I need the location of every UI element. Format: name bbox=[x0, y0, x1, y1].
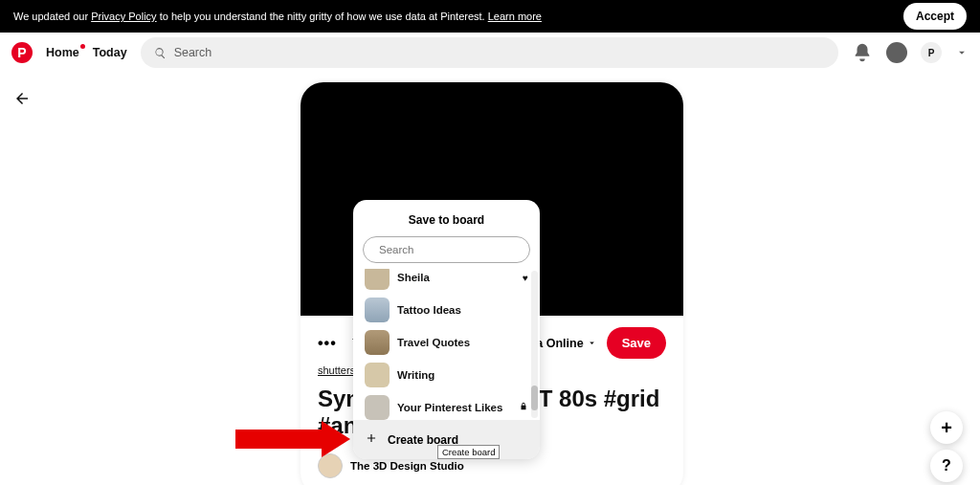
create-board-button[interactable]: Create board Create board bbox=[353, 420, 540, 459]
save-to-board-popup: Save to board Sheila ♥ Tattoo Ideas Trav… bbox=[353, 200, 540, 459]
board-thumb-icon bbox=[365, 330, 390, 355]
policy-banner: We updated our Privacy Policy to help yo… bbox=[0, 0, 980, 33]
pinterest-logo[interactable]: P bbox=[11, 42, 33, 63]
annotation-arrow bbox=[235, 421, 360, 455]
bell-icon[interactable] bbox=[852, 42, 873, 63]
privacy-policy-link[interactable]: Privacy Policy bbox=[91, 11, 156, 22]
nav-today[interactable]: Today bbox=[93, 46, 127, 59]
board-item-your-pinterest-likes[interactable]: Your Pinterest Likes bbox=[353, 391, 540, 420]
search-placeholder: Search bbox=[174, 46, 212, 59]
search-icon bbox=[154, 47, 167, 59]
help-fab[interactable]: ? bbox=[930, 450, 963, 482]
chevron-down-icon bbox=[587, 338, 597, 348]
board-item-writing[interactable]: Writing bbox=[353, 359, 540, 391]
heart-icon: ♥ bbox=[523, 273, 528, 283]
notification-dot-icon bbox=[80, 44, 85, 49]
more-options-button[interactable]: ••• bbox=[318, 335, 337, 352]
scrollbar-thumb[interactable] bbox=[531, 386, 538, 410]
create-board-tooltip: Create board bbox=[437, 445, 500, 459]
board-thumb-icon bbox=[365, 269, 390, 290]
chevron-down-icon[interactable] bbox=[955, 46, 969, 59]
back-button[interactable] bbox=[13, 90, 31, 111]
author-name[interactable]: The 3D Design Studio bbox=[350, 460, 464, 472]
arrow-left-icon bbox=[13, 90, 31, 107]
board-thumb-icon bbox=[365, 363, 390, 387]
policy-text-2: to help you understand the nitty gritty … bbox=[157, 11, 488, 22]
search-input[interactable]: Search bbox=[141, 37, 838, 68]
save-button[interactable]: Save bbox=[607, 327, 666, 359]
board-item-travel-quotes[interactable]: Travel Quotes bbox=[353, 326, 540, 359]
board-item-sheila[interactable]: Sheila ♥ bbox=[353, 269, 540, 294]
policy-text-1: We updated our bbox=[13, 11, 91, 22]
lock-icon bbox=[519, 402, 528, 413]
board-list: Sheila ♥ Tattoo Ideas Travel Quotes Writ… bbox=[353, 269, 540, 420]
board-item-tattoo-ideas[interactable]: Tattoo Ideas bbox=[353, 294, 540, 326]
top-nav: P Home Today Search P bbox=[0, 33, 980, 73]
messages-icon[interactable] bbox=[886, 42, 907, 63]
learn-more-link[interactable]: Learn more bbox=[488, 11, 542, 22]
nav-home[interactable]: Home bbox=[46, 46, 79, 59]
plus-icon bbox=[365, 431, 378, 448]
board-thumb-icon bbox=[365, 298, 390, 322]
board-thumb-icon bbox=[365, 395, 390, 420]
board-search-input[interactable] bbox=[363, 236, 530, 263]
popup-title: Save to board bbox=[353, 200, 540, 236]
profile-avatar[interactable]: P bbox=[921, 42, 942, 63]
board-search-field[interactable] bbox=[379, 244, 520, 255]
accept-button[interactable]: Accept bbox=[903, 3, 967, 30]
add-fab[interactable]: + bbox=[930, 411, 963, 444]
